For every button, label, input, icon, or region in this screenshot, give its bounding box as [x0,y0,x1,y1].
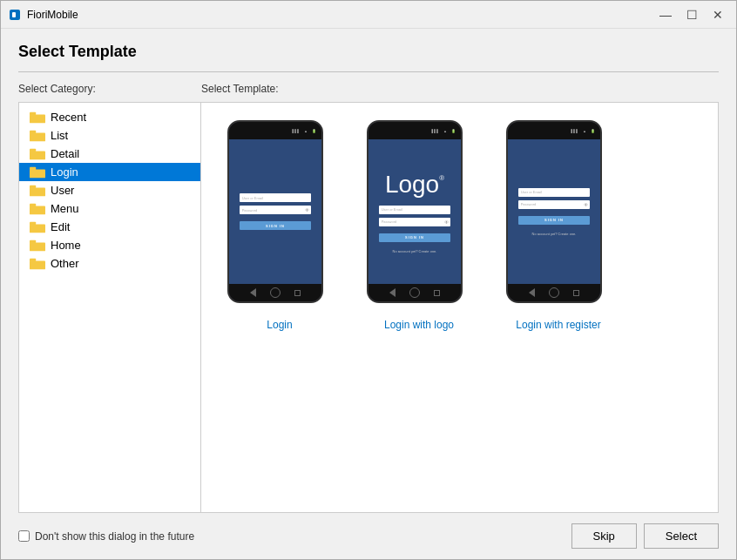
titlebar: FioriMobile — ☐ ✕ [1,1,736,29]
category-label: Recent [51,111,86,124]
svg-rect-1 [12,12,16,17]
folder-icon [30,148,45,160]
folder-icon [30,240,45,252]
template-item-login-register[interactable]: ▌▌▌ ▲ 🔋 User or Email P [506,120,611,331]
skip-button[interactable]: Skip [571,523,637,549]
login-form-1: User or Email Password 👁 SIGN IN [234,193,316,230]
main-area: RecentListDetailLoginUserMenuEditHomeOth… [18,102,719,513]
category-label: Login [51,165,78,179]
category-label: Other [51,257,79,270]
svg-rect-15 [30,224,45,233]
category-item-edit[interactable]: Edit [19,218,200,236]
phone-top-bar-logo: ▌▌▌ ▲ 🔋 [368,122,461,139]
phone-login: ▌▌▌ ▲ 🔋 User or Email P [227,120,332,312]
category-item-recent[interactable]: Recent [19,108,200,126]
phone-top-bar-register: ▌▌▌ ▲ 🔋 [508,122,600,139]
folder-icon [30,258,45,270]
category-item-user[interactable]: User [19,181,200,199]
category-label: Menu [51,202,79,215]
template-item-login-logo[interactable]: ▌▌▌ ▲ 🔋 Logo® User or Email [367,120,471,331]
template-label-login-logo: Login with logo [384,319,454,331]
folder-icon [30,166,45,179]
home-nav-3 [549,287,559,298]
main-window: FioriMobile — ☐ ✕ Select Template Select… [0,0,737,560]
phone-body-login: ▌▌▌ ▲ 🔋 User or Email P [227,120,323,303]
recents-nav-3 [573,290,579,296]
signin-btn-1: SIGN IN [240,221,312,230]
svg-rect-13 [30,206,45,214]
svg-rect-9 [30,169,45,178]
dont-show-label[interactable]: Don't show this dialog in the future [18,530,194,543]
phone-screen-login: User or Email Password 👁 SIGN IN [229,139,321,284]
template-panel: ▌▌▌ ▲ 🔋 User or Email P [201,102,719,513]
minimize-button[interactable]: — [654,6,677,24]
register-text-3: No account yet? Create one. [532,232,577,236]
category-item-menu[interactable]: Menu [19,199,200,218]
register-text-2: No account yet? Create one. [393,249,437,253]
home-nav-2 [409,287,420,298]
content-area: Select Template Select Category: Select … [1,29,736,559]
folder-icon [30,185,45,197]
phone-bottom-bar-register [508,284,600,301]
template-label-login-register: Login with register [516,319,600,331]
close-button[interactable]: ✕ [707,6,729,24]
phone-body-logo: ▌▌▌ ▲ 🔋 Logo® User or Email [367,120,463,303]
bottom-buttons: Skip Select [571,523,719,549]
signin-btn-3: SIGN IN [518,216,591,225]
phone-login-register: ▌▌▌ ▲ 🔋 User or Email P [506,120,611,312]
login-form-2: User or Email Password 👁 SIGN IN [374,206,456,253]
back-nav-2 [389,288,396,297]
back-nav [250,288,256,297]
category-label: List [51,129,68,142]
window-title: FioriMobile [27,9,654,21]
category-item-home[interactable]: Home [19,236,200,254]
phone-screen-logo: Logo® User or Email Password 👁 [368,139,461,284]
category-label: Detail [51,147,79,160]
phone-bottom-bar-login [229,284,321,301]
recents-nav [294,290,301,296]
template-header-label: Select Template: [201,83,719,95]
template-label-login: Login [267,319,292,331]
maximize-button[interactable]: ☐ [680,6,703,24]
category-header-label: Select Category: [18,83,201,95]
category-item-detail[interactable]: Detail [19,145,200,163]
svg-rect-17 [30,242,45,251]
password-field-3: Password 👁 [518,200,591,209]
window-controls: — ☐ ✕ [654,6,729,24]
app-icon [8,8,22,22]
category-label: User [51,184,74,197]
select-button[interactable]: Select [644,523,719,549]
phone-screen-register: User or Email Password 👁 SIGN IN [508,139,600,284]
svg-rect-11 [30,187,45,196]
signin-btn-2: SIGN IN [379,233,451,242]
category-item-other[interactable]: Other [19,254,200,273]
phone-body-register: ▌▌▌ ▲ 🔋 User or Email P [506,120,602,303]
svg-rect-19 [30,260,45,269]
home-nav [270,287,281,298]
category-item-login[interactable]: Login [19,163,200,181]
password-field-2: Password 👁 [379,218,451,226]
dont-show-checkbox[interactable] [18,530,30,542]
folder-icon [30,111,45,124]
title-divider [18,71,719,72]
column-headers: Select Category: Select Template: [18,83,719,95]
folder-icon [30,203,45,215]
recents-nav-2 [434,290,440,296]
email-field-2: User or Email [379,206,451,214]
svg-rect-7 [30,151,45,159]
email-field-1: User or Email [240,193,312,202]
page-title: Select Template [18,43,719,61]
template-item-login[interactable]: ▌▌▌ ▲ 🔋 User or Email P [227,120,332,331]
svg-rect-3 [30,114,45,123]
password-field-1: Password 👁 [240,206,312,214]
dont-show-text: Don't show this dialog in the future [35,530,194,543]
login-form-3: User or Email Password 👁 SIGN IN [513,188,595,236]
email-field-3: User or Email [518,188,591,197]
bottom-area: Don't show this dialog in the future Ski… [18,523,719,549]
category-item-list[interactable]: List [19,126,200,145]
category-label: Home [51,239,81,252]
svg-rect-5 [30,132,45,141]
folder-icon [30,130,45,142]
category-panel: RecentListDetailLoginUserMenuEditHomeOth… [18,102,201,513]
phone-top-bar-login: ▌▌▌ ▲ 🔋 [229,122,321,139]
